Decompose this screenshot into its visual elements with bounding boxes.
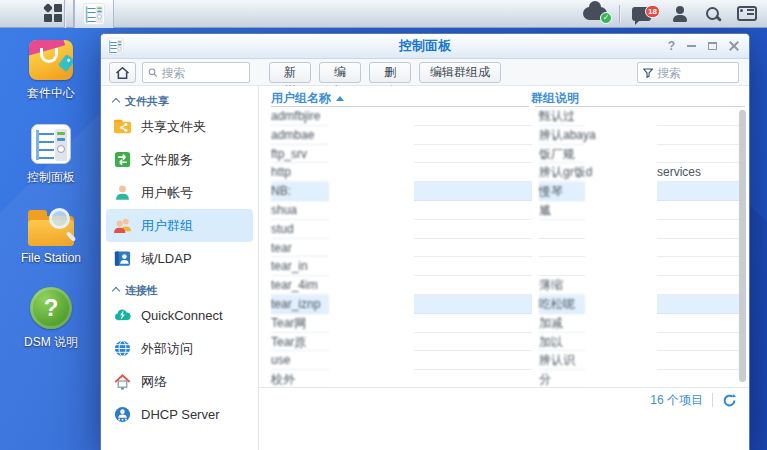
group-name-cell: use — [271, 351, 329, 370]
widgets-icon — [737, 6, 757, 21]
table-cell — [414, 163, 532, 182]
table-row[interactable]: 校外分 — [259, 370, 749, 387]
vertical-scrollbar[interactable] — [739, 110, 746, 382]
column-header-group-name[interactable]: 用户组名称 — [271, 90, 344, 107]
window-toolbar: 新增 编辑 删除 编辑群组成员 — [101, 59, 749, 86]
table-cell — [657, 295, 745, 314]
table-row[interactable]: Tear原加以 — [259, 333, 749, 352]
desktop-icon-dsm-help[interactable]: DSM 说明 — [10, 287, 92, 351]
search-icon — [705, 6, 721, 22]
sidebar-item-user-group[interactable]: 用户群组 — [106, 209, 253, 242]
group-name-cell: tear_in — [271, 257, 329, 276]
table-row[interactable]: ftp_srv饭厂规 — [259, 145, 749, 164]
group-description-cell: 慢琴 — [539, 182, 585, 201]
table-row[interactable]: tear_in — [259, 257, 749, 276]
package-center-icon — [29, 40, 73, 80]
edit-button[interactable]: 编辑 — [319, 62, 361, 83]
group-description-cell: 加以 — [539, 333, 585, 352]
sidebar-item-external-access[interactable]: 外部访问 — [106, 332, 253, 365]
sidebar-item-label: 用户群组 — [141, 217, 193, 235]
sidebar-item-user-account[interactable]: 用户帐号 — [106, 176, 253, 209]
table-row[interactable]: admfbjire甄认过 — [259, 107, 749, 126]
sidebar-item-dhcp-server[interactable]: DHCP Server — [106, 398, 253, 431]
statusbar-divider — [712, 393, 713, 407]
table-cell — [657, 107, 745, 126]
table-cell — [414, 370, 532, 387]
table-row[interactable]: stud — [259, 220, 749, 239]
group-name-cell: tear_iznp — [271, 295, 329, 314]
table-row[interactable]: NB:慢琴 — [259, 182, 749, 201]
column-header-group-description[interactable]: 群组说明 — [531, 90, 579, 107]
sidebar-item-file-services[interactable]: 文件服务 — [106, 143, 253, 176]
home-button[interactable] — [109, 62, 136, 83]
external-access-icon — [113, 339, 132, 358]
table-row[interactable]: http辨认gr饭dservices — [259, 163, 749, 182]
collapse-chevron-icon — [112, 287, 120, 295]
home-icon — [115, 66, 130, 80]
filter-search-input[interactable] — [657, 66, 733, 80]
table-row[interactable]: shua尴 — [259, 201, 749, 220]
table-cell — [657, 182, 745, 201]
table-cell — [657, 276, 745, 295]
delete-button[interactable]: 删除 — [369, 62, 411, 83]
desktop-icon-control-panel[interactable]: 控制面板 — [10, 124, 92, 186]
sidebar-section-header[interactable]: 连接性 — [101, 275, 258, 299]
edit-group-members-button[interactable]: 编辑群组成员 — [419, 62, 501, 83]
desktop-icon-label: 套件中心 — [27, 85, 75, 102]
control-panel-window: 控制面板 ? 新增 编辑 删除 编辑群组成员 文件共享共享文件夹文件服务用户帐号… — [100, 33, 750, 450]
sidebar-item-network[interactable]: 网络 — [106, 365, 253, 398]
desktop-icon-package-center[interactable]: 套件中心 — [10, 40, 92, 102]
sidebar-item-shared-folder[interactable]: 共享文件夹 — [106, 110, 253, 143]
table-cell — [414, 257, 532, 276]
table-cell — [657, 257, 745, 276]
table-row[interactable]: Tear网加减 — [259, 314, 749, 333]
table-row[interactable]: tear_iznp吃松呢 — [259, 295, 749, 314]
notification-count-badge: 18 — [645, 5, 660, 18]
table-cell — [414, 107, 532, 126]
notifications-button[interactable]: 18 — [632, 7, 651, 21]
sidebar-item-quickconnect[interactable]: QuickConnect — [106, 299, 253, 332]
search-button[interactable] — [705, 6, 721, 22]
sidebar-section-header[interactable]: 文件共享 — [101, 86, 258, 110]
sidebar: 文件共享共享文件夹文件服务用户帐号用户群组域/LDAP连接性QuickConne… — [101, 86, 259, 450]
sidebar-item-label: 外部访问 — [141, 340, 193, 358]
table-row[interactable]: tear — [259, 239, 749, 258]
cloud-sync-button[interactable]: ✓ — [583, 7, 607, 20]
sidebar-item-domain-ldap[interactable]: 域/LDAP — [106, 242, 253, 275]
filter-funnel-icon — [643, 67, 653, 79]
cloud-ok-badge: ✓ — [600, 12, 612, 24]
desktop-icon-label: 控制面板 — [27, 169, 75, 186]
taskbar-control-panel-button[interactable] — [74, 0, 114, 28]
group-table: 用户组名称 群组说明 admfbjire甄认过admbae辨认abayaftp_… — [259, 86, 749, 450]
refresh-button[interactable] — [722, 393, 737, 408]
group-description-cell — [539, 257, 585, 276]
table-cell — [657, 333, 745, 352]
table-cell — [657, 314, 745, 333]
table-cell — [414, 201, 532, 220]
help-button[interactable]: ? — [668, 40, 675, 52]
window-titlebar[interactable]: 控制面板 ? — [101, 34, 749, 59]
table-cell — [657, 220, 745, 239]
add-button[interactable]: 新增 — [269, 62, 311, 83]
main-menu-button[interactable] — [33, 0, 73, 28]
user-group-icon — [113, 216, 132, 235]
sidebar-item-label: 域/LDAP — [141, 250, 192, 268]
sidebar-item-label: 网络 — [141, 373, 167, 391]
search-input[interactable] — [161, 66, 244, 80]
shared-folder-icon — [113, 117, 132, 136]
close-button[interactable] — [729, 41, 739, 51]
network-icon — [113, 372, 132, 391]
widgets-button[interactable] — [737, 6, 757, 21]
sidebar-item-label: DHCP Server — [141, 407, 220, 422]
group-name-cell: 校外 — [271, 370, 329, 387]
table-cell — [414, 220, 532, 239]
minimize-button[interactable] — [687, 45, 696, 47]
table-row[interactable]: admbae辨认abaya — [259, 126, 749, 145]
item-count-label: 16 个项目 — [650, 392, 703, 409]
table-row[interactable]: use辨认识 — [259, 351, 749, 370]
user-menu-button[interactable] — [671, 6, 689, 22]
table-cell — [657, 145, 745, 164]
table-row[interactable]: tear_4im薄缩 — [259, 276, 749, 295]
maximize-button[interactable] — [708, 42, 717, 50]
desktop-icon-file-station[interactable]: File Station — [10, 208, 92, 265]
